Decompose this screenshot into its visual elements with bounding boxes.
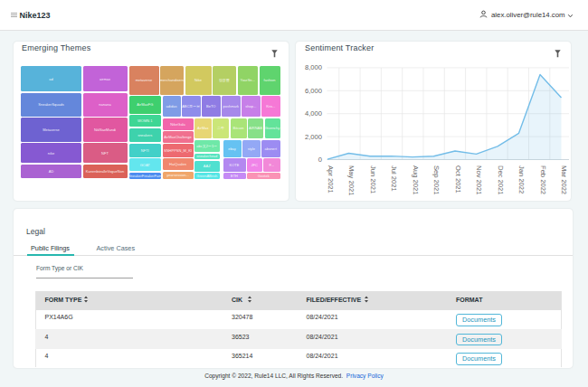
svg-text:Oct 2021: Oct 2021 <box>454 165 462 194</box>
svg-text:Jul 2021: Jul 2021 <box>390 165 398 192</box>
svg-text:Jan 2022: Jan 2022 <box>517 165 526 194</box>
svg-text:Nov 2021: Nov 2021 <box>475 165 483 195</box>
svg-text:Dec 2021: Dec 2021 <box>497 165 505 195</box>
svg-text:Jun 2021: Jun 2021 <box>369 165 377 194</box>
svg-text:4,000: 4,000 <box>305 109 322 118</box>
svg-text:2,000: 2,000 <box>305 133 322 141</box>
svg-text:Mar 2022: Mar 2022 <box>560 165 568 194</box>
svg-text:Feb 2022: Feb 2022 <box>539 165 547 194</box>
svg-text:8,000: 8,000 <box>305 63 322 71</box>
svg-text:Sep 2021: Sep 2021 <box>432 165 441 195</box>
svg-text:Apr 2021: Apr 2021 <box>327 165 335 194</box>
svg-text:May 2021: May 2021 <box>347 165 356 195</box>
svg-text:Aug 2021: Aug 2021 <box>412 165 420 195</box>
svg-text:6,000: 6,000 <box>305 87 322 95</box>
svg-text:0: 0 <box>318 156 322 164</box>
